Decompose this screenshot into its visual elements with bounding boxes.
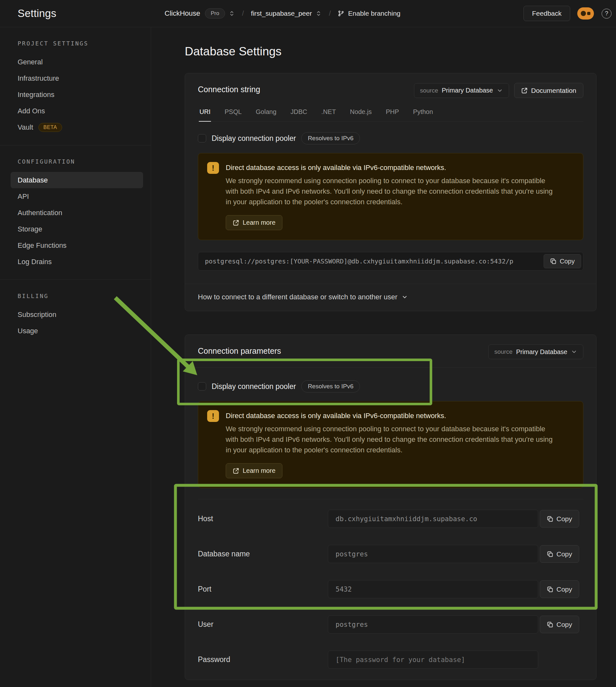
help-icon[interactable]: ? [601,9,612,19]
sidebar-item-storage[interactable]: Storage [10,221,143,237]
source-select[interactable]: source Primary Database [488,345,584,359]
connection-string-tabs: URI PSQL Golang JDBC .NET Node.js PHP Py… [198,106,584,121]
copy-database-name-button[interactable]: Copy [540,545,579,563]
copy-icon [547,516,553,522]
display-connection-pooler-checkbox[interactable] [198,134,206,142]
tab-dotnet[interactable]: .NET [321,106,337,121]
port-row: Port 5432 Copy [198,580,584,598]
database-name-value-field[interactable]: postgres [328,545,538,563]
plan-badge: Pro [205,8,225,19]
display-connection-pooler-checkbox[interactable] [198,382,206,391]
feedback-button[interactable]: Feedback [524,6,570,21]
sidebar-item-log-drains[interactable]: Log Drains [10,253,143,270]
copy-host-button[interactable]: Copy [540,510,579,528]
sidebar-item-integrations[interactable]: Integrations [10,86,143,103]
tab-php[interactable]: PHP [385,106,400,121]
tab-uri[interactable]: URI [199,106,211,121]
section-label-configuration: CONFIGURATION [10,158,143,165]
copy-user-button[interactable]: Copy [540,616,579,633]
sidebar-item-add-ons[interactable]: Add Ons [10,103,143,119]
main-content: Database Settings Connection string sour… [151,27,616,687]
org-selector[interactable]: ClickHouse Pro [164,8,235,19]
connection-parameters-card: Connection parameters source Primary Dat… [185,335,596,680]
project-selector[interactable]: first_supabase_peer [251,9,322,17]
user-label: User [198,620,328,629]
tab-golang[interactable]: Golang [255,106,277,121]
sidebar-item-api[interactable]: API [10,188,143,204]
settings-title: Settings [18,7,56,19]
sidebar-item-subscription[interactable]: Subscription [10,306,143,323]
port-label: Port [198,585,328,594]
tab-jdbc[interactable]: JDBC [290,106,308,121]
external-link-icon [521,87,528,94]
sidebar-item-vault[interactable]: Vault BETA [10,119,143,135]
ipv6-badge: Resolves to IPv6 [301,380,360,393]
external-link-icon [233,468,239,474]
connection-parameters-title: Connection parameters [198,345,281,356]
learn-more-button[interactable]: Learn more [226,215,282,230]
connection-uri-field[interactable]: postgresql://postgres:[YOUR-PASSWORD]@db… [198,252,584,270]
how-to-connect-link[interactable]: How to connect to a different database o… [185,284,596,311]
host-row: Host db.cxhygiuitamxhniiddjm.supabase.co… [198,510,584,528]
alert-title: Direct database access is only available… [226,162,559,172]
sidebar-item-authentication[interactable]: Authentication [10,204,143,221]
alert-body: We strongly recommend using connection p… [226,175,559,207]
sidebar-item-general[interactable]: General [10,54,143,70]
top-bar: Settings ClickHouse Pro / first_supabase… [0,0,616,27]
connection-parameter-fields: Host db.cxhygiuitamxhniiddjm.supabase.co… [198,499,584,669]
sidebar-item-database[interactable]: Database [10,172,143,188]
ipv6-warning-alert: ! Direct database access is only availab… [198,401,584,488]
page-title: Database Settings [185,45,596,58]
connection-string-card: Connection string source Primary Databas… [185,73,596,311]
settings-sidebar: PROJECT SETTINGS General Infrastructure … [0,27,151,687]
host-value-field[interactable]: db.cxhygiuitamxhniiddjm.supabase.co [328,510,538,528]
ipv6-warning-alert: ! Direct database access is only availab… [198,153,584,240]
sidebar-item-edge-functions[interactable]: Edge Functions [10,237,143,253]
pooler-label: Display connection pooler [212,382,296,391]
tab-nodejs[interactable]: Node.js [349,106,372,121]
sidebar-item-infrastructure[interactable]: Infrastructure [10,70,143,86]
warning-icon: ! [207,162,219,174]
connection-uri-value: postgresql://postgres:[YOUR-PASSWORD]@db… [205,258,513,265]
pooler-label: Display connection pooler [212,134,296,143]
copy-icon [550,258,556,264]
alert-body: We strongly recommend using connection p… [226,423,559,455]
warning-icon: ! [207,410,219,422]
section-label-project-settings: PROJECT SETTINGS [10,40,143,47]
beta-badge: BETA [39,123,62,132]
alert-title: Direct database access is only available… [226,410,559,420]
host-label: Host [198,514,328,523]
copy-icon [547,586,553,593]
account-avatar[interactable] [577,7,594,20]
tab-python[interactable]: Python [412,106,434,121]
copy-port-button[interactable]: Copy [540,580,579,598]
project-name: first_supabase_peer [251,9,312,17]
chevron-down-icon [401,294,408,300]
user-value-field[interactable]: postgres [328,615,538,634]
password-label: Password [198,655,328,664]
section-label-billing: BILLING [10,293,143,299]
connection-string-title: Connection string [198,83,260,94]
source-select[interactable]: source Primary Database [414,83,509,98]
password-row: Password [The password for your database… [198,650,584,669]
chevron-down-icon [497,87,503,94]
copy-uri-button[interactable]: Copy [544,254,581,268]
avatar-glyph [581,11,586,16]
breadcrumb-separator: / [242,9,244,18]
org-name: ClickHouse [164,9,200,18]
port-value-field[interactable]: 5432 [328,580,538,598]
copy-icon [547,621,553,628]
avatar-glyph [587,12,590,15]
ipv6-badge: Resolves to IPv6 [301,132,360,145]
copy-icon [547,551,553,557]
chevron-down-icon [571,349,577,355]
user-row: User postgres Copy [198,615,584,634]
learn-more-button[interactable]: Learn more [226,463,282,478]
database-name-row: Database name postgres Copy [198,545,584,563]
password-value-field[interactable]: [The password for your database] [328,650,538,669]
enable-branching-button[interactable]: Enable branching [338,9,400,17]
documentation-button[interactable]: Documentation [514,83,584,98]
tab-psql[interactable]: PSQL [224,106,242,121]
external-link-icon [233,220,239,226]
sidebar-item-usage[interactable]: Usage [10,323,143,339]
